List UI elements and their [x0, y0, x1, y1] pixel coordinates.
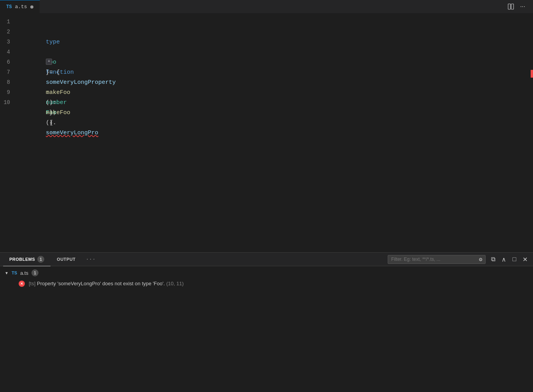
code-line-1: 1 [0, 17, 528, 27]
svg-rect-1 [511, 4, 514, 9]
chevron-down-icon: ▼ [5, 271, 9, 275]
panel-action-buttons: ⧉ ∧ □ ✕ [489, 254, 530, 265]
code-line-2: 2 type Foo = { someVeryLongProperty : nu… [0, 27, 528, 37]
tab-problems[interactable]: PROBLEMS 1 [3, 253, 51, 266]
error-source: [ts] [29, 281, 35, 286]
ts-badge: TS [6, 4, 12, 10]
error-circle-icon [19, 281, 25, 287]
problems-count-badge: 1 [37, 256, 44, 263]
tab-bar: TS a.ts ··· [0, 0, 533, 14]
fold-icon[interactable]: + [46, 59, 52, 65]
line-number-6: 6 [3, 57, 18, 67]
editor-tab-a-ts[interactable]: TS a.ts [0, 0, 40, 13]
error-row[interactable]: [ts] Property 'someVeryLongPro' does not… [0, 278, 533, 290]
editor-area: 1 2 type Foo = { someVeryLongProperty : … [0, 14, 533, 252]
unsaved-dot [30, 5, 33, 9]
maximize-panel-button[interactable]: □ [510, 254, 519, 264]
editor-scrollbar[interactable] [528, 14, 533, 252]
problems-list[interactable]: ▼ TS a.ts 1 [ts] Property 'someVeryLongP… [0, 266, 533, 392]
code-editor[interactable]: 1 2 type Foo = { someVeryLongProperty : … [0, 14, 528, 252]
error-message: [ts] Property 'someVeryLongPro' does not… [29, 280, 184, 287]
file-row[interactable]: ▼ TS a.ts 1 [0, 268, 533, 278]
tab-filename: a.ts [15, 4, 27, 10]
line-number-8: 8 [3, 77, 18, 87]
close-panel-button[interactable]: ✕ [520, 254, 530, 265]
line-number-1: 1 [3, 17, 18, 27]
error-scrollbar-marker [531, 70, 533, 78]
line-number-2: 2 [3, 27, 18, 37]
line-number-3: 3 [3, 37, 18, 47]
svg-rect-0 [508, 4, 510, 9]
error-message-text: Property 'someVeryLongPro' does not exis… [37, 281, 165, 286]
problems-label: PROBLEMS [9, 257, 35, 262]
tab-output[interactable]: OUTPUT [51, 253, 82, 266]
code-line-10: 10 makeFoo (). someVeryLongPro [0, 97, 528, 108]
filter-input[interactable] [391, 257, 477, 262]
line-number-10: 10 [3, 97, 18, 108]
panel-area: PROBLEMS 1 OUTPUT ··· ⚙ ⧉ ∧ □ [0, 252, 533, 392]
closing-bracket: } [46, 69, 49, 76]
panel-more-button[interactable]: ··· [82, 253, 99, 266]
line-number-9: 9 [3, 87, 18, 97]
error-location: (10, 11) [166, 281, 184, 286]
code-line-6: 6 } [0, 57, 528, 67]
line-number-7: 7 [3, 67, 18, 77]
filter-input-container[interactable]: ⚙ [388, 255, 486, 264]
collapse-panel-button[interactable]: ∧ [499, 254, 509, 265]
makefoo-call: makeFoo [46, 109, 70, 116]
panel-filter: ⚙ ⧉ ∧ □ ✕ [388, 254, 530, 265]
more-actions-button[interactable]: ··· [519, 2, 527, 12]
file-ts-badge: TS [12, 271, 17, 275]
copy-panel-button[interactable]: ⧉ [489, 254, 498, 264]
output-label: OUTPUT [57, 257, 75, 262]
error-property: someVeryLongPro [46, 130, 98, 136]
file-name: a.ts [20, 270, 28, 276]
file-error-count-badge: 1 [31, 269, 38, 276]
split-editor-button[interactable] [506, 2, 516, 11]
tab-bar-actions: ··· [506, 2, 533, 12]
panel-tabs: PROBLEMS 1 OUTPUT ··· ⚙ ⧉ ∧ □ [0, 253, 533, 266]
filter-gear-icon[interactable]: ⚙ [479, 256, 482, 263]
code-line-4: 4 + function makeFoo (): Foo { ··· [0, 47, 528, 57]
function-name-makefoo: makeFoo [46, 89, 70, 96]
line-number-4: 4 [3, 47, 18, 57]
keyword-type: type [46, 39, 60, 45]
